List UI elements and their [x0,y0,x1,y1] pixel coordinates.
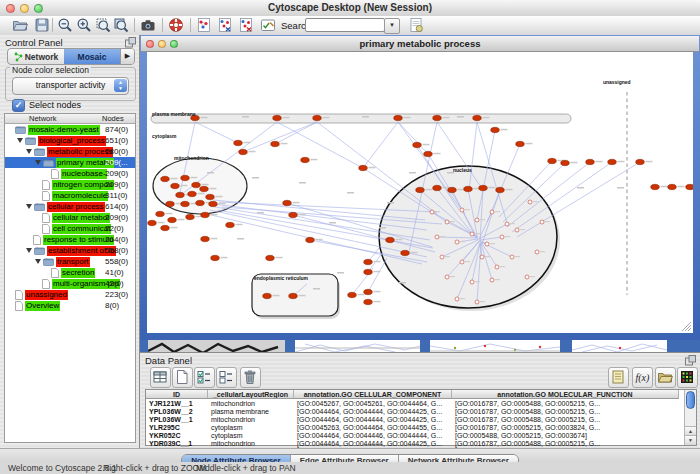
scrollbar-thumb[interactable] [686,391,695,409]
table-row[interactable]: YPL036W__2plasma membrane[GO:0044464, GO… [146,408,684,416]
network-node[interactable] [364,259,373,264]
expander-icon[interactable] [35,259,41,264]
unselect-attributes-icon[interactable] [216,367,237,388]
help-ring-icon[interactable] [168,17,184,33]
network-node[interactable] [161,225,170,230]
create-view-icon[interactable] [217,17,233,33]
network-tree-row[interactable]: secretion41(0) [5,267,135,278]
network-node[interactable] [470,280,474,284]
network-node[interactable] [651,184,660,189]
network-node[interactable] [433,185,442,190]
float-panel-icon[interactable] [125,37,136,48]
network-node[interactable] [686,184,693,189]
background-window-fragment[interactable] [572,340,667,352]
network-node[interactable] [301,157,310,162]
table-column-header[interactable]: _cellularLayoutRegion [208,390,294,399]
network-node[interactable] [435,235,439,239]
network-tree-row[interactable]: multi-organism pro42(0) [5,278,135,289]
table-row[interactable]: YJR121W__1mitochondrion[GO:0045267, GO:0… [146,400,684,408]
network-node[interactable] [283,200,292,205]
network-node[interactable] [528,200,532,204]
network-node[interactable] [460,260,464,264]
network-node[interactable] [266,255,275,260]
network-node[interactable] [516,141,525,146]
network-node[interactable] [271,141,280,146]
network-node[interactable] [263,293,272,298]
network-node[interactable] [201,212,210,217]
table-scrollbar[interactable]: ▲ ▼ [684,390,696,445]
network-node[interactable] [413,142,422,147]
table-row[interactable]: YLR295Ccytoplasm[GO:0045263, GO:0044464,… [146,424,684,432]
expander-icon[interactable] [35,160,41,165]
network-node[interactable] [289,212,298,217]
network-node[interactable] [548,158,557,163]
network-node[interactable] [668,184,677,189]
network-node[interactable] [540,220,544,224]
network-node[interactable] [445,220,449,224]
network-node[interactable] [201,236,210,241]
save-session-icon[interactable] [34,17,50,33]
network-tree-row[interactable]: nucleobase-209(0) [5,168,135,179]
network-node[interactable] [490,278,494,282]
network-tree-row[interactable]: metabolic process280(0) [5,146,135,157]
network-node[interactable] [186,214,195,219]
network-node[interactable] [535,250,539,254]
network-node[interactable] [181,175,190,180]
network-node[interactable] [206,194,215,199]
select-attributes-icon[interactable] [194,367,215,388]
notes-icon[interactable] [608,367,629,388]
attribute-matrix-icon[interactable] [677,367,698,388]
network-window-titlebar[interactable]: primary metabolic process [141,36,699,52]
network-node[interactable] [510,255,514,259]
table-column-header[interactable]: annotation.GO MOLECULAR_FUNCTION [452,390,679,399]
expander-icon[interactable] [26,204,32,209]
network-node[interactable] [394,115,403,120]
tab-overflow-button[interactable]: ▶ [120,49,134,64]
network-node[interactable] [440,255,444,259]
table-row[interactable]: YPL036W__1mitochondrion[GO:0044464, GO:0… [146,416,684,424]
network-node[interactable] [496,187,505,192]
zoom-selected-icon[interactable] [95,17,111,33]
expander-icon[interactable] [17,138,23,143]
open-file-icon[interactable] [12,17,28,33]
snapshot-icon[interactable] [140,17,156,33]
network-node[interactable] [525,275,529,279]
network-node[interactable] [168,217,177,222]
search-input[interactable] [305,18,385,32]
network-node[interactable] [348,292,357,297]
zoom-out-icon[interactable] [57,17,73,33]
network-node[interactable] [473,115,482,120]
network-node[interactable] [211,255,220,260]
network-tree-row[interactable]: cell communicat22(0) [5,223,135,234]
network-node[interactable] [445,275,449,279]
expander-icon[interactable] [26,149,32,154]
node-color-dropdown[interactable]: transporter activity ▲▼ [12,77,129,95]
function-builder-icon[interactable]: f(x) [632,367,653,388]
network-tree-row[interactable]: Overview8(0) [5,300,135,311]
network-node[interactable] [234,140,243,145]
network-node[interactable] [636,159,645,164]
float-data-panel-icon[interactable] [685,355,696,366]
table-row[interactable]: YDR039C__1mitochondrion[GO:0044464, GO:0… [146,440,684,448]
network-tree-row[interactable]: transport558(0) [5,256,135,267]
network-node[interactable] [364,299,373,304]
network-tree-row[interactable]: nitrogen compou209(0) [5,179,135,190]
new-attribute-icon[interactable] [172,367,193,388]
network-tree-row[interactable]: unassigned223(0) [5,289,135,300]
network-node[interactable] [176,192,185,197]
attribute-table-icon[interactable] [150,367,171,388]
network-node[interactable] [166,201,175,206]
network-node[interactable] [196,200,205,205]
search-options-icon[interactable] [260,17,276,33]
background-window-fragment[interactable] [295,340,420,352]
network-node[interactable] [500,235,504,239]
network-node[interactable] [505,222,509,226]
network-node[interactable] [200,186,209,191]
network-node[interactable] [515,228,519,232]
network-node[interactable] [485,242,489,246]
tab-mosaic[interactable]: Mosaic [64,49,120,64]
network-node[interactable] [148,220,157,225]
network-node[interactable] [455,240,459,244]
app-titlebar[interactable]: Cytoscape Desktop (New Session) [0,0,700,17]
table-column-header[interactable]: annotation.GO CELLULAR_COMPONENT [294,390,452,399]
